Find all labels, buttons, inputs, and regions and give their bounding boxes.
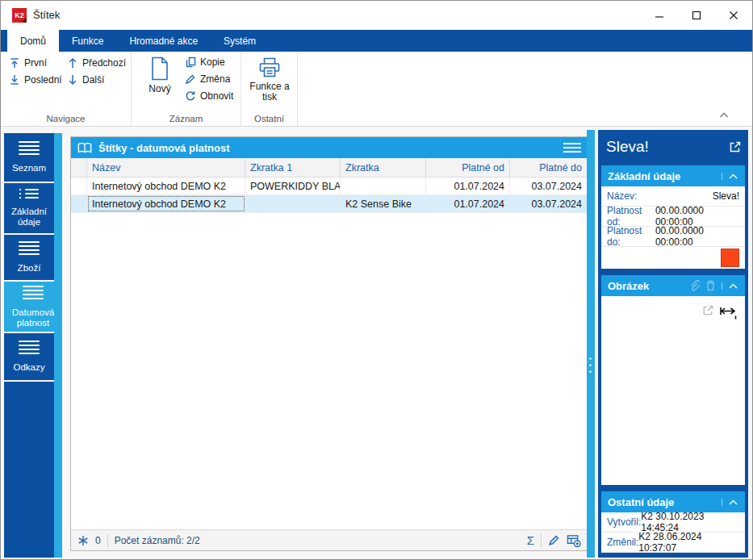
trash-icon (705, 280, 716, 291)
splitter-grip-icon (589, 357, 592, 377)
section-ostatni-udaje: Ostatní údaje Vytvořil: K2 30.10.2023 14… (601, 491, 745, 553)
arrow-up-to-bar-icon (9, 57, 20, 69)
section-obrazek: Obrázek (601, 275, 745, 485)
frozen-count: 0 (95, 535, 101, 546)
sidebar-filler (4, 382, 54, 558)
table-title-bar: Štítky - datumová platnost (71, 137, 588, 158)
section-header[interactable]: Obrázek (601, 275, 745, 296)
column-gutter (71, 158, 87, 177)
open-image-button[interactable] (702, 304, 714, 320)
new-document-icon (150, 56, 169, 81)
copy-button[interactable]: Kopie (185, 56, 233, 68)
list-icon (23, 286, 44, 302)
tab-domu[interactable]: Domů (7, 30, 59, 52)
close-button[interactable] (715, 1, 752, 30)
table-title: Štítky - datumová platnost (98, 142, 230, 154)
arrow-up-icon (67, 57, 78, 69)
panel-splitter[interactable] (587, 130, 595, 558)
color-field-row (601, 247, 745, 269)
change-button[interactable]: Změna (185, 73, 233, 85)
ribbon-group-navigace: První Předchozí Poslední Další Navigace (1, 52, 132, 126)
table-status-bar: 0 Počet záznamů: 2/2 Σ (71, 529, 588, 550)
column-zkratka[interactable]: Zkratka (341, 158, 426, 177)
refresh-button[interactable]: Obnovit (185, 90, 233, 102)
field-vytvoril[interactable]: Vytvořil: K2 30.10.2023 14:45:24 (601, 512, 745, 533)
last-button[interactable]: Poslední (9, 74, 67, 86)
pencil-icon (185, 73, 196, 85)
sidebar-item-datumova-platnost[interactable]: Datumová platnost (4, 282, 62, 332)
column-zkratka1[interactable]: Zkratka 1 (245, 158, 341, 177)
table-row-selected[interactable]: Internetový obchod DEMO K2 K2 Sense Bike… (71, 195, 588, 213)
field-platnost-od[interactable]: Platnost od: 00.00.0000 00:00:00 (601, 207, 745, 227)
copy-icon (185, 56, 196, 68)
collapse-section-icon[interactable] (722, 499, 738, 506)
sidebar-accent-strip (54, 133, 62, 558)
app-window: K2 Štítek Domů Funkce Hromadné akce Syst… (0, 0, 753, 560)
chevron-up-icon (718, 111, 730, 119)
detail-list-icon (19, 189, 39, 201)
section-zakladni-udaje: Základní údaje Název: Sleva! Platnost od… (601, 165, 745, 269)
ribbon-tab-bar: Domů Funkce Hromadné akce Systém (1, 30, 752, 52)
minimize-button[interactable] (641, 1, 678, 30)
collapse-ribbon-button[interactable] (718, 107, 730, 122)
column-nazev[interactable]: Název (87, 158, 245, 177)
horizontal-resize-cursor-icon (719, 306, 738, 324)
record-count: Počet záznamů: 2/2 (115, 535, 200, 546)
refresh-icon (185, 90, 196, 102)
table-header: Název Zkratka 1 Zkratka Platné od Platné… (71, 158, 588, 178)
records-table-panel: Štítky - datumová platnost Název Zkratka… (70, 136, 588, 551)
functions-print-button[interactable]: Funkce a tisk (245, 56, 294, 102)
external-link-icon (702, 304, 714, 316)
column-platne-do[interactable]: Platné do (510, 158, 588, 177)
next-button[interactable]: Další (67, 74, 126, 86)
field-platnost-do[interactable]: Platnost do: 00.00.0000 00:00:00 (601, 227, 745, 247)
field-zmenil[interactable]: Změnil: K2 28.06.2024 10:37:07 (601, 533, 745, 553)
book-icon (77, 142, 92, 154)
collapse-section-icon[interactable] (722, 173, 738, 180)
arrow-down-to-bar-icon (9, 74, 20, 86)
app-body: Seznam Základní údaje Zboží Datumová pla… (1, 127, 752, 559)
frozen-records-icon (77, 535, 89, 546)
image-placeholder (601, 296, 745, 485)
section-header[interactable]: Základní údaje (601, 165, 745, 186)
paperclip-icon (688, 280, 700, 291)
table-menu-icon[interactable] (563, 140, 581, 155)
color-swatch[interactable] (721, 249, 739, 267)
sidebar-item-zakladni-udaje[interactable]: Základní údaje (4, 183, 54, 233)
open-detail-button[interactable] (729, 140, 742, 157)
printer-icon (258, 56, 281, 78)
sidebar-item-zbozi[interactable]: Zboží (4, 235, 54, 280)
tab-system[interactable]: Systém (211, 30, 269, 52)
field-nazev[interactable]: Název: Sleva! (601, 186, 745, 207)
table-row[interactable]: Internetový obchod DEMO K2 POWERKIDDY BL… (71, 178, 588, 195)
ribbon-group-ostatni: Funkce a tisk Ostatní (241, 52, 298, 126)
sidebar-item-odkazy[interactable]: Odkazy (4, 333, 54, 380)
group-label-navigace: Navigace (1, 114, 131, 123)
collapse-section-icon[interactable] (722, 282, 738, 290)
sidebar-item-seznam[interactable]: Seznam (4, 133, 54, 182)
list-icon (19, 141, 40, 157)
ribbon: První Předchozí Poslední Další Navigace (1, 52, 752, 127)
list-icon (19, 241, 40, 257)
group-label-ostatni: Ostatní (241, 114, 297, 123)
external-link-icon (729, 140, 742, 153)
window-title: Štítek (33, 9, 60, 21)
detail-panel: Sleva! Základní údaje Název: Sleva! (598, 130, 748, 558)
section-header[interactable]: Ostatní údaje (601, 491, 745, 512)
tab-funkce[interactable]: Funkce (59, 30, 116, 52)
maximize-button[interactable] (678, 1, 715, 30)
arrow-down-icon (67, 74, 78, 86)
first-button[interactable]: První (9, 57, 67, 69)
tab-hromadne-akce[interactable]: Hromadné akce (116, 30, 211, 52)
add-view-icon[interactable] (567, 534, 581, 547)
column-platne-od[interactable]: Platné od (426, 158, 510, 177)
list-icon (19, 341, 40, 357)
new-button[interactable]: Nový (141, 56, 178, 94)
group-label-zaznam: Záznam (132, 114, 241, 123)
sum-icon[interactable]: Σ (527, 533, 534, 547)
previous-button[interactable]: Předchozí (67, 57, 126, 69)
detail-title: Sleva! (606, 138, 649, 156)
edit-pencil-icon[interactable] (548, 534, 560, 546)
title-bar: K2 Štítek (1, 1, 752, 30)
ribbon-group-zaznam: Nový Kopie Změna Obnovit Záznam (132, 52, 241, 126)
